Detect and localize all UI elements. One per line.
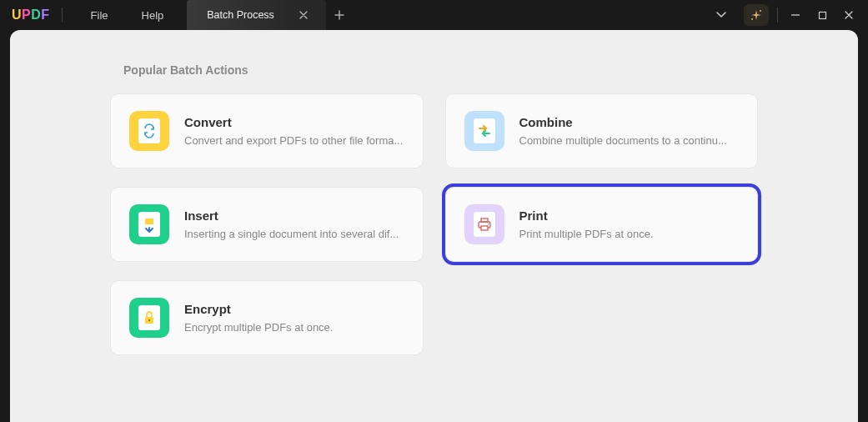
app-logo: UPDF bbox=[12, 8, 50, 23]
svg-rect-3 bbox=[145, 219, 153, 224]
card-convert[interactable]: Convert Convert and export PDFs to other… bbox=[110, 93, 424, 168]
svg-point-0 bbox=[760, 10, 761, 12]
close-window-button[interactable] bbox=[836, 3, 861, 27]
card-insert-title: Insert bbox=[184, 208, 404, 223]
tab-batch-process[interactable]: Batch Process bbox=[187, 0, 326, 30]
svg-point-7 bbox=[488, 223, 489, 224]
card-insert[interactable]: Insert Inserting a single document into … bbox=[110, 187, 424, 262]
card-convert-desc: Convert and export PDFs to other file fo… bbox=[184, 134, 404, 147]
batch-actions-grid: Convert Convert and export PDFs to other… bbox=[110, 93, 758, 355]
separator bbox=[62, 8, 63, 23]
card-print-desc: Print multiple PDFs at once. bbox=[519, 228, 740, 240]
insert-icon bbox=[129, 204, 169, 244]
separator bbox=[777, 8, 778, 23]
menu-file[interactable]: File bbox=[74, 0, 125, 30]
window-controls bbox=[709, 0, 861, 30]
svg-point-9 bbox=[148, 319, 150, 321]
add-tab-button[interactable] bbox=[334, 10, 359, 20]
card-encrypt-desc: Encrypt multiple PDFs at once. bbox=[184, 321, 404, 334]
card-encrypt-title: Encrypt bbox=[184, 302, 404, 316]
minimize-button[interactable] bbox=[783, 3, 808, 27]
card-convert-title: Convert bbox=[184, 115, 404, 129]
card-print-title: Print bbox=[519, 208, 740, 223]
chevron-down-icon[interactable] bbox=[709, 3, 734, 27]
card-insert-desc: Inserting a single document into several… bbox=[184, 228, 404, 240]
combine-icon bbox=[464, 111, 504, 151]
close-tab-icon[interactable] bbox=[299, 11, 308, 19]
card-print[interactable]: Print Print multiple PDFs at once. bbox=[445, 187, 759, 262]
card-combine-desc: Combine multiple documents to a continu.… bbox=[519, 134, 740, 147]
card-combine-title: Combine bbox=[519, 115, 740, 129]
card-encrypt[interactable]: Encrypt Encrypt multiple PDFs at once. bbox=[110, 280, 424, 355]
tab-title: Batch Process bbox=[207, 9, 274, 21]
workspace: Popular Batch Actions Convert Convert an… bbox=[10, 30, 858, 422]
maximize-button[interactable] bbox=[810, 3, 835, 27]
section-title: Popular Batch Actions bbox=[123, 63, 758, 77]
convert-icon bbox=[129, 111, 169, 151]
card-combine[interactable]: Combine Combine multiple documents to a … bbox=[445, 93, 759, 168]
svg-rect-6 bbox=[481, 226, 488, 230]
menu-help[interactable]: Help bbox=[125, 0, 181, 30]
svg-rect-2 bbox=[819, 12, 825, 18]
svg-point-1 bbox=[751, 18, 753, 20]
encrypt-icon bbox=[129, 298, 169, 338]
svg-rect-5 bbox=[481, 219, 488, 222]
print-icon bbox=[464, 204, 504, 244]
titlebar: UPDF File Help Batch Process bbox=[0, 0, 868, 30]
ai-sparkle-button[interactable] bbox=[744, 4, 769, 26]
